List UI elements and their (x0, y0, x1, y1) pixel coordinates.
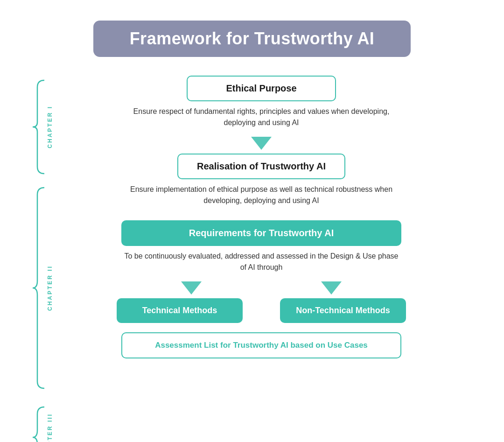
title-box: Framework for Trustworthy AI (93, 21, 411, 57)
chapter-labels: CHAPTER I CHAPTER II CHAPTER III (28, 76, 61, 358)
chapter-1-brace: CHAPTER I (28, 76, 53, 178)
ethical-purpose-box: Ethical Purpose (187, 76, 336, 101)
arrow-left (181, 281, 202, 295)
page-wrapper: Framework for Trustworthy AI CHAPTER I C… (0, 9, 504, 442)
requirements-box: Requirements for Trustworthy AI (121, 220, 401, 246)
requirements-desc: To be continuously evaluated, addressed … (121, 251, 401, 273)
realisation-box: Realisation of Trustworthy AI (177, 154, 345, 179)
realisation-desc: Ensure implementation of ethical purpose… (121, 184, 401, 206)
arrow-right (321, 281, 342, 295)
chapter-2-label: CHAPTER II (47, 265, 53, 311)
ethical-purpose-desc: Ensure respect of fundamental rights, pr… (121, 106, 401, 128)
chapter-1-brace-svg (28, 76, 47, 178)
chapter-3-brace: CHAPTER III (28, 402, 53, 442)
chapter-3-label: CHAPTER III (47, 413, 53, 442)
two-arrows (121, 281, 401, 295)
chapter-2-brace: CHAPTER II (28, 183, 53, 393)
chapter-3-brace-svg (28, 402, 47, 442)
arrow-1 (251, 137, 272, 150)
non-technical-methods-box: Non-Technical Methods (280, 298, 406, 323)
two-methods-row: Technical Methods Non-Technical Methods (117, 298, 406, 323)
technical-methods-box: Technical Methods (117, 298, 243, 323)
main-flow: Ethical Purpose Ensure respect of fundam… (61, 76, 443, 358)
chapter-1-label: CHAPTER I (47, 105, 53, 148)
chapter-2-brace-svg (28, 183, 47, 393)
assessment-list-box: Assessment List for Trustworthy AI based… (121, 332, 401, 358)
page-title: Framework for Trustworthy AI (121, 29, 383, 49)
